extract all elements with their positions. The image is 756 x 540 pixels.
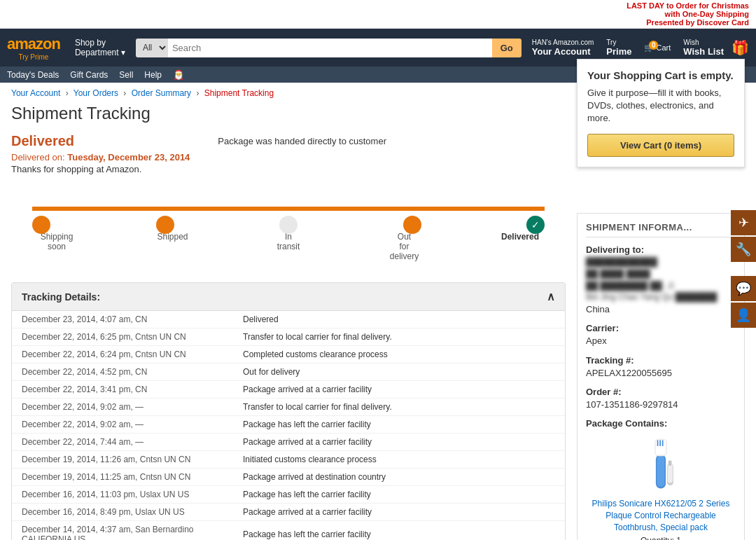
secondary-nav-todays-deals[interactable]: Today's Deals <box>7 70 59 80</box>
wish-label-big: Wish List <box>683 46 724 57</box>
label-delivered: Delivered <box>496 232 545 261</box>
delivered-date: Delivered on: Tuesday, December 23, 2014 <box>11 152 190 162</box>
table-row: December 22, 2014, 7:44 am, —Package arr… <box>12 434 565 451</box>
cart-count: 0 <box>649 41 659 50</box>
product-qty: Quantity: 1 <box>586 536 736 540</box>
tracking-label: Tracking #: <box>586 355 736 366</box>
delivering-to-label: Delivering to: <box>586 244 736 255</box>
sep3: › <box>196 88 199 98</box>
side-icons: ✈ 🔧 💬 👤 <box>731 210 756 328</box>
cart-link[interactable]: 🛒0 Cart <box>639 40 676 56</box>
page-title: Shipment Tracking <box>11 104 566 123</box>
tracking-date: December 22, 2014, 4:52 pm, CN <box>12 364 233 381</box>
left-content: Shipment Tracking Delivered Delivered on… <box>11 101 566 540</box>
account-link[interactable]: HAN's Amazon.com Your Account <box>527 35 599 60</box>
address-line1: ████████████ <box>586 256 736 268</box>
svg-rect-6 <box>662 440 664 446</box>
breadcrumb-account[interactable]: Your Account <box>11 88 60 98</box>
logo-sub: Try Prime <box>18 53 48 61</box>
view-cart-button[interactable]: View Cart (0 items) <box>587 134 734 157</box>
tools-icon-btn[interactable]: 🔧 <box>731 237 756 262</box>
chat-icon-btn[interactable]: 💬 <box>731 276 756 301</box>
nav-icon: 🎅 <box>173 69 184 80</box>
main-content: Shipment Tracking Delivered Delivered on… <box>0 101 756 540</box>
tracking-value: APELAX1220055695 <box>586 367 736 380</box>
sep1: › <box>66 88 69 98</box>
dot-in-transit <box>279 216 298 234</box>
tracking-date: December 19, 2014, 11:25 am, Cntsn UN CN <box>12 469 233 486</box>
sep2: › <box>123 88 126 98</box>
shipment-info-title: SHIPMENT INFORMA... <box>586 222 736 237</box>
tracking-date: December 22, 2014, 9:02 am, — <box>12 416 233 434</box>
svg-rect-1 <box>657 455 665 486</box>
secondary-nav-gift-cards[interactable]: Gift Cards <box>70 70 108 80</box>
shop-by-label: Shop byDepartment ▾ <box>75 38 125 57</box>
right-sidebar: Your Shopping Cart is empty. Give it pur… <box>577 101 745 540</box>
user-icon-btn[interactable]: 👤 <box>731 303 756 328</box>
cart-label: Cart <box>657 43 671 52</box>
tracking-event: Package has left the carrier facility <box>233 486 565 504</box>
tracking-date: December 22, 2014, 7:44 am, — <box>12 434 233 451</box>
cart-popup-title: Your Shopping Cart is empty. <box>587 69 734 81</box>
address-country: China <box>586 303 736 316</box>
secondary-nav-sell[interactable]: Sell <box>119 70 133 80</box>
account-label-small: HAN's Amazon.com <box>532 39 594 46</box>
dot-shipping-soon <box>32 216 50 234</box>
promo-line2: with One-Day Shipping <box>665 10 749 18</box>
svg-rect-4 <box>657 440 659 446</box>
table-row: December 22, 2014, 9:02 am, —Package has… <box>12 416 565 434</box>
progress-section: ✓ Shippingsoon Shipped Intransit Outford… <box>11 207 566 261</box>
carrier-label: Carrier: <box>586 323 736 333</box>
wish-list-link[interactable]: Wish Wish List <box>678 35 729 60</box>
tracking-details-header: Tracking Details: ∧ <box>12 283 565 311</box>
delivery-status: Delivered <box>11 133 190 149</box>
thanks-msg: Thanks for shopping at Amazon. <box>11 164 190 174</box>
package-note: Package was handed directly to customer <box>218 133 386 146</box>
promo-line1: LAST DAY to Order for Christmas <box>626 1 749 10</box>
cart-dropdown: Your Shopping Cart is empty. Give it pur… <box>577 59 745 167</box>
search-button[interactable]: Go <box>492 39 522 57</box>
address-line4: Bei Jing Chao Yang Qu ███████ <box>586 291 736 303</box>
svg-rect-5 <box>659 440 661 446</box>
header-nav: HAN's Amazon.com Your Account Try Prime … <box>527 35 749 60</box>
table-row: December 22, 2014, 6:25 pm, Cntsn UN CNT… <box>12 328 565 346</box>
tracking-event: Package arrived at a carrier facility <box>233 434 565 451</box>
breadcrumb-shipment-tracking: Shipment Tracking <box>204 88 274 98</box>
collapse-icon[interactable]: ∧ <box>547 290 555 303</box>
svg-rect-11 <box>670 460 671 465</box>
prime-link[interactable]: Try Prime <box>601 35 636 60</box>
tracking-date: December 14, 2014, 4:37 am, San Bernardi… <box>12 521 233 541</box>
tracking-details: Tracking Details: ∧ December 23, 2014, 4… <box>11 282 566 540</box>
svg-rect-10 <box>669 460 670 465</box>
search-input[interactable] <box>168 39 492 57</box>
search-form: All Go <box>136 39 522 57</box>
logo[interactable]: amazon Try Prime <box>7 35 60 61</box>
tracking-event: Delivered <box>233 311 565 328</box>
secondary-nav-help[interactable]: Help <box>144 70 162 80</box>
tracking-date: December 22, 2014, 9:02 am, — <box>12 399 233 416</box>
search-category-select[interactable]: All <box>136 39 168 57</box>
order-label: Order #: <box>586 387 736 397</box>
product-image <box>586 436 736 494</box>
tracking-date: December 16, 2014, 11:03 pm, Uslax UN US <box>12 486 233 504</box>
carrier-value: Apex <box>586 335 736 347</box>
tracking-date: December 22, 2014, 3:41 pm, CN <box>12 381 233 399</box>
label-in-transit: Intransit <box>264 232 313 261</box>
shop-by-department[interactable]: Shop byDepartment ▾ <box>70 34 130 61</box>
breadcrumb-order-summary[interactable]: Order Summary <box>132 88 191 98</box>
tracking-event: Transfer to local carrier for final deli… <box>233 399 565 416</box>
table-row: December 19, 2014, 11:25 am, Cntsn UN CN… <box>12 469 565 486</box>
table-row: December 22, 2014, 9:02 am, —Transfer to… <box>12 399 565 416</box>
table-row: December 19, 2014, 11:26 am, Cntsn UN CN… <box>12 451 565 469</box>
logo-text: amazon <box>7 35 60 53</box>
wish-label-small: Wish <box>683 39 724 46</box>
tracking-event: Package has left the carrier facility <box>233 521 565 541</box>
plane-icon-btn[interactable]: ✈ <box>731 210 756 235</box>
label-shipping-soon: Shippingsoon <box>32 232 81 261</box>
breadcrumb-orders[interactable]: Your Orders <box>74 88 118 98</box>
account-label-big: Your Account <box>532 46 594 57</box>
table-row: December 16, 2014, 8:49 pm, Uslax UN USP… <box>12 504 565 521</box>
table-row: December 14, 2014, 4:37 am, San Bernardi… <box>12 521 565 541</box>
product-title[interactable]: Philips Sonicare HX6212/05 2 Series Plaq… <box>586 498 736 533</box>
tracking-event: Package arrived at a carrier facility <box>233 504 565 521</box>
